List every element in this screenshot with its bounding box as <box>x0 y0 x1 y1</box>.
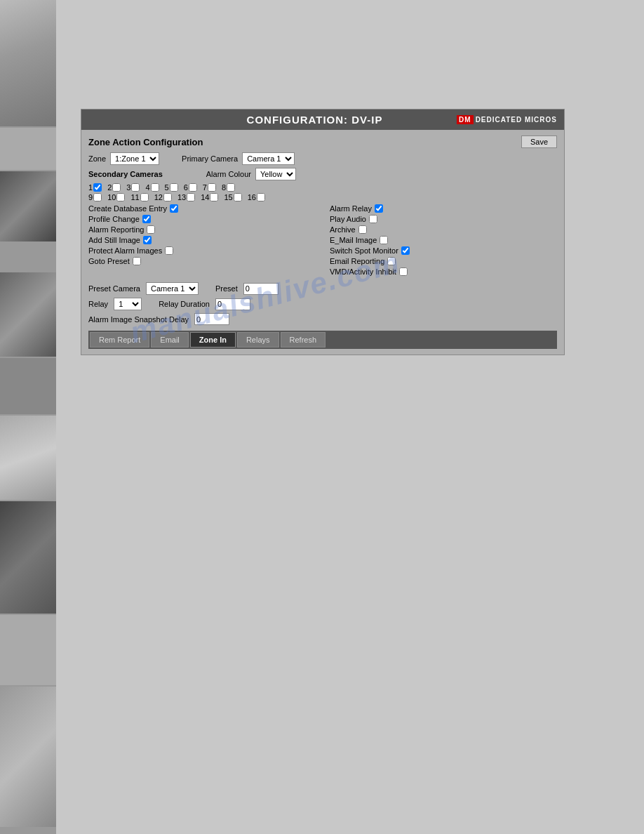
cam-3: 3 <box>126 183 140 192</box>
opt-email-image-checkbox[interactable] <box>380 236 388 244</box>
opt-email-image: E_Mail Image <box>330 236 557 244</box>
save-button[interactable]: Save <box>521 135 557 148</box>
cam-12-checkbox[interactable] <box>163 193 172 201</box>
left-sidebar <box>0 0 56 834</box>
opt-add-still-label: Add Still Image <box>88 236 140 244</box>
opt-create-db-checkbox[interactable] <box>170 204 178 213</box>
main-area: CONFIGURATION: DV-IP DM DEDICATED MICROS… <box>56 0 644 834</box>
cam-3-label: 3 <box>126 183 130 192</box>
opt-email-image-label: E_Mail Image <box>330 236 377 244</box>
tab-zone-in[interactable]: Zone In <box>190 332 236 348</box>
opt-vmd-checkbox[interactable] <box>399 267 408 276</box>
opt-alarm-reporting: Alarm Reporting <box>88 225 316 234</box>
opt-email-reporting: Email Reporting <box>330 257 557 265</box>
secondary-alarm-row: Secondary Cameras Alarm Colour Yellow Re… <box>88 168 557 180</box>
zone-label: Zone <box>88 154 106 163</box>
bottom-fields: Preset Camera Camera 1 Camera 2 Camera 3… <box>88 282 557 325</box>
cam-16: 16 <box>248 193 265 201</box>
cam-15-label: 15 <box>224 193 232 201</box>
cam-12: 12 <box>154 193 172 201</box>
cam-8: 8 <box>222 183 235 192</box>
opt-create-db: Create Database Entry <box>88 204 316 213</box>
opt-add-still-checkbox[interactable] <box>143 236 152 244</box>
tab-rem-report[interactable]: Rem Report <box>90 332 149 348</box>
opt-archive: Archive <box>330 225 557 234</box>
zone-select[interactable]: 1:Zone 1 2:Zone 2 3:Zone 3 <box>110 152 159 165</box>
cam-5: 5 <box>165 183 178 192</box>
camera-row-1: 1 2 3 4 5 <box>88 183 557 192</box>
opt-archive-checkbox[interactable] <box>358 225 367 234</box>
cam-14-label: 14 <box>201 193 209 201</box>
cam-2-checkbox[interactable] <box>112 183 121 192</box>
cam-8-label: 8 <box>222 183 226 192</box>
opt-email-reporting-checkbox[interactable] <box>387 257 396 265</box>
alarm-snapshot-input[interactable] <box>194 313 229 325</box>
col-right: Alarm Relay Play Audio Archive E_Mail Im… <box>330 204 557 278</box>
opt-switch-spot: Switch Spot Monitor <box>330 246 557 255</box>
cam-5-label: 5 <box>165 183 169 192</box>
cam-12-label: 12 <box>154 193 163 201</box>
cam-5-checkbox[interactable] <box>170 183 178 192</box>
tab-relays[interactable]: Relays <box>237 332 279 348</box>
opt-play-audio-label: Play Audio <box>330 215 366 223</box>
cam-10: 10 <box>107 193 125 201</box>
opt-goto-preset: Goto Preset <box>88 257 316 265</box>
cam-1-checkbox[interactable] <box>93 183 102 192</box>
cam-6-label: 6 <box>184 183 188 192</box>
opt-play-audio-checkbox[interactable] <box>369 215 377 223</box>
cam-11-label: 11 <box>130 193 139 201</box>
cam-8-checkbox[interactable] <box>227 183 235 192</box>
options-two-col: Create Database Entry Profile Change Ala… <box>88 204 557 278</box>
opt-create-db-label: Create Database Entry <box>88 204 167 213</box>
opt-switch-spot-label: Switch Spot Monitor <box>330 246 398 255</box>
opt-protect-alarm-checkbox[interactable] <box>165 246 173 255</box>
cam-1-label: 1 <box>88 183 93 192</box>
opt-alarm-reporting-checkbox[interactable] <box>147 225 155 234</box>
cam-14-checkbox[interactable] <box>210 193 218 201</box>
opt-vmd: VMD/Activity Inhibit <box>330 267 557 276</box>
cam-3-checkbox[interactable] <box>131 183 140 192</box>
cam-10-checkbox[interactable] <box>116 193 125 201</box>
col-left: Create Database Entry Profile Change Ala… <box>88 204 316 278</box>
config-title: CONFIGURATION: DV-IP <box>173 114 457 126</box>
zone-row: Zone 1:Zone 1 2:Zone 2 3:Zone 3 Primary … <box>88 152 557 165</box>
tab-refresh[interactable]: Refresh <box>281 332 326 348</box>
primary-camera-select[interactable]: Camera 1 Camera 2 Camera 3 Camera 4 <box>242 152 295 165</box>
opt-alarm-relay: Alarm Relay <box>330 204 557 213</box>
section-title-row: Zone Action Configuration Save <box>88 135 557 148</box>
opt-alarm-reporting-label: Alarm Reporting <box>88 225 144 234</box>
cam-13-checkbox[interactable] <box>187 193 195 201</box>
cam-9-checkbox[interactable] <box>93 193 102 201</box>
opt-alarm-relay-checkbox[interactable] <box>375 204 383 213</box>
tab-email[interactable]: Email <box>151 332 189 348</box>
cam-16-checkbox[interactable] <box>257 193 265 201</box>
preset-camera-select[interactable]: Camera 1 Camera 2 Camera 3 <box>146 282 199 295</box>
opt-profile-change-checkbox[interactable] <box>142 215 151 223</box>
opt-add-still: Add Still Image <box>88 236 316 244</box>
preset-label: Preset <box>215 284 238 293</box>
cam-7-label: 7 <box>203 183 207 192</box>
brand-name: DEDICATED MICROS <box>476 116 557 124</box>
alarm-colour-select[interactable]: Yellow Red Green Blue <box>255 168 296 180</box>
relay-label: Relay <box>88 300 108 308</box>
cam-11-checkbox[interactable] <box>140 193 149 201</box>
camera-row-2: 9 10 11 12 13 <box>88 193 557 201</box>
opt-goto-preset-label: Goto Preset <box>88 257 130 265</box>
cam-7: 7 <box>203 183 216 192</box>
cam-7-checkbox[interactable] <box>208 183 216 192</box>
cam-15-checkbox[interactable] <box>234 193 242 201</box>
config-header: CONFIGURATION: DV-IP DM DEDICATED MICROS <box>81 110 564 130</box>
cam-10-label: 10 <box>107 193 116 201</box>
brand-logo: DM DEDICATED MICROS <box>457 115 557 124</box>
cam-6-checkbox[interactable] <box>189 183 197 192</box>
cam-14: 14 <box>201 193 218 201</box>
opt-goto-preset-checkbox[interactable] <box>133 257 141 265</box>
cam-4-checkbox[interactable] <box>151 183 159 192</box>
relay-duration-input[interactable] <box>215 298 250 310</box>
cam-13-label: 13 <box>177 193 186 201</box>
relay-select[interactable]: 1 2 3 4 <box>114 298 142 310</box>
opt-switch-spot-checkbox[interactable] <box>401 246 410 255</box>
preset-input[interactable] <box>243 283 279 295</box>
alarm-snapshot-row: Alarm Image Snapshot Delay <box>88 313 557 325</box>
cam-9: 9 <box>88 193 102 201</box>
